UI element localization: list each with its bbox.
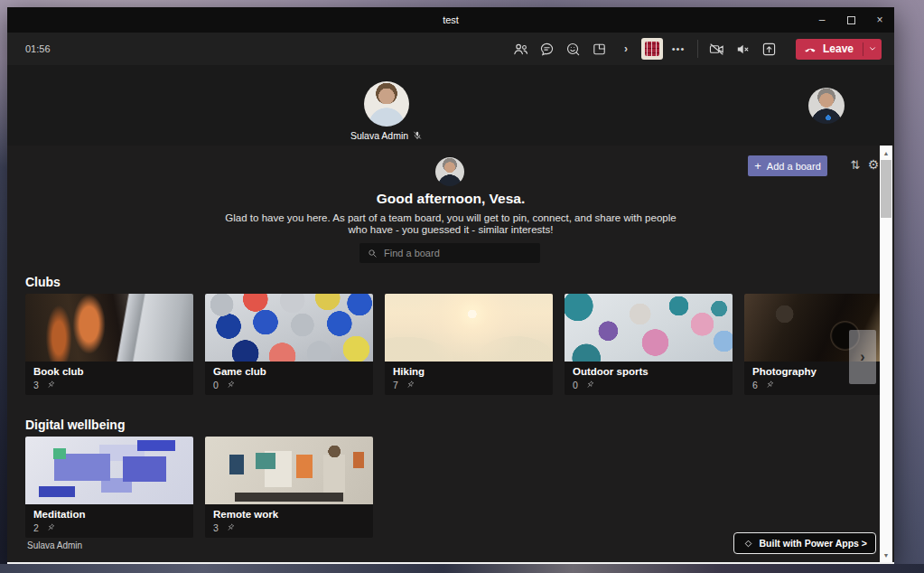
leave-options-chevron[interactable]	[863, 39, 882, 60]
gear-icon[interactable]: ⚙	[866, 157, 881, 172]
participant-avatar	[364, 81, 409, 127]
pin-icon	[584, 380, 595, 390]
reactions-icon[interactable]	[563, 38, 584, 60]
board-card-title: Remote work	[213, 509, 365, 520]
pin-icon	[45, 380, 56, 390]
pin-count: 0	[213, 380, 219, 390]
mic-off-icon	[412, 130, 423, 141]
hangup-phone-icon	[804, 42, 817, 56]
chat-icon[interactable]	[537, 38, 558, 60]
leave-button-main[interactable]: Leave	[796, 42, 863, 56]
meeting-stage: Sulava Admin	[7, 65, 894, 146]
clubs-card-row: Book club 3 Game club 0	[25, 294, 880, 395]
board-card-title: Outdoor sports	[573, 366, 724, 377]
search-icon	[367, 248, 378, 259]
close-button[interactable]: ×	[865, 7, 894, 33]
app-scrollbar[interactable]: ▲ ▼	[880, 146, 892, 562]
add-board-button[interactable]: + Add a board	[748, 155, 827, 176]
board-app-content: + Add a board ⇅ ⚙ Good afternoon, Vesa. …	[7, 146, 894, 562]
leave-button-label: Leave	[823, 42, 854, 55]
board-card-image	[25, 437, 193, 504]
board-card-book-club[interactable]: Book club 3	[25, 294, 193, 395]
board-card-remote-work[interactable]: Remote work 3	[205, 437, 373, 538]
participants-icon[interactable]	[510, 38, 532, 60]
carousel-next-button[interactable]: ›	[849, 330, 876, 384]
board-card-image	[385, 294, 553, 362]
chevron-down-icon	[867, 43, 878, 54]
scrollbar-up-arrow[interactable]: ▲	[880, 146, 892, 159]
pin-count: 2	[33, 522, 39, 533]
section-title-digital-wellbeing: Digital wellbeing	[25, 418, 125, 432]
meeting-timer: 01:56	[25, 43, 51, 54]
participant-name-row: Sulava Admin	[337, 130, 436, 141]
board-card-title: Hiking	[393, 366, 545, 377]
user-avatar	[435, 157, 464, 186]
board-app-icon[interactable]	[641, 38, 663, 60]
more-options-icon[interactable]: •••	[667, 38, 689, 60]
pin-count: 3	[33, 380, 39, 390]
scrollbar-down-arrow[interactable]: ▼	[880, 549, 892, 561]
pin-icon	[225, 522, 236, 533]
scrollbar-thumb[interactable]	[881, 160, 891, 218]
board-card-title: Meditation	[33, 509, 185, 520]
window-title: test	[7, 14, 894, 25]
pin-count: 0	[573, 380, 578, 390]
add-board-label: Add a board	[767, 161, 821, 172]
search-input[interactable]	[384, 248, 533, 258]
greeting-title: Good afternoon, Vesa.	[7, 191, 894, 207]
minimize-button[interactable]: –	[807, 7, 836, 33]
plus-icon: +	[754, 159, 761, 173]
window-titlebar: test – ×	[7, 7, 894, 33]
maximize-icon	[847, 16, 855, 24]
selfview-avatar[interactable]	[808, 88, 845, 124]
board-card-hiking[interactable]: Hiking 7	[385, 294, 553, 395]
pin-icon	[225, 380, 236, 390]
board-app-tile	[641, 38, 663, 60]
meeting-toolbar: 01:56	[7, 33, 894, 65]
section-title-clubs: Clubs	[25, 275, 61, 289]
greeting-subtitle-line1: Glad to have you here. As part of a team…	[7, 212, 894, 223]
power-apps-badge-label: Built with Power Apps >	[760, 538, 868, 549]
app-owner-label: Sulava Admin	[27, 540, 82, 550]
built-with-power-apps-badge[interactable]: Built with Power Apps >	[733, 532, 877, 554]
wellbeing-card-row: Meditation 2 Remote work 3	[25, 437, 880, 538]
pin-icon	[45, 522, 56, 533]
board-card-outdoor-sports[interactable]: Outdoor sports 0	[565, 294, 733, 395]
power-apps-icon	[742, 538, 754, 550]
pin-count: 6	[752, 380, 758, 390]
desktop-wallpaper: test – × 01:56	[0, 0, 924, 573]
toolbar-actions: › •••	[510, 38, 894, 60]
window-bottom-strip	[7, 562, 894, 565]
expand-arrow-icon[interactable]: ›	[615, 38, 637, 60]
breakout-rooms-icon[interactable]	[589, 38, 611, 60]
maximize-button[interactable]	[836, 7, 865, 33]
board-card-image	[25, 294, 193, 362]
pin-count: 7	[393, 380, 398, 390]
leave-button[interactable]: Leave	[796, 39, 882, 60]
board-card-image	[205, 437, 373, 504]
pin-count: 3	[213, 522, 219, 533]
board-card-image	[565, 294, 733, 362]
board-card-meditation[interactable]: Meditation 2	[25, 437, 193, 538]
pin-icon	[405, 380, 415, 390]
board-card-game-club[interactable]: Game club 0	[205, 294, 373, 395]
participant-tile[interactable]: Sulava Admin	[337, 65, 436, 141]
greeting-subtitle-line2: who have - you guessed it - similar inte…	[7, 224, 894, 235]
board-search	[359, 243, 540, 263]
toolbar-divider	[697, 40, 698, 58]
participant-name: Sulava Admin	[350, 130, 408, 141]
board-card-title: Game club	[213, 366, 365, 377]
window-controls: – ×	[807, 7, 894, 33]
teams-meeting-window: test – × 01:56	[7, 7, 894, 565]
pin-icon	[764, 380, 775, 390]
board-card-image	[205, 294, 373, 362]
speaker-muted-icon[interactable]	[733, 38, 754, 60]
camera-off-icon[interactable]	[706, 38, 728, 60]
share-tray-icon[interactable]	[759, 38, 780, 60]
sort-icon[interactable]: ⇅	[848, 157, 863, 172]
board-card-title: Book club	[33, 366, 185, 377]
